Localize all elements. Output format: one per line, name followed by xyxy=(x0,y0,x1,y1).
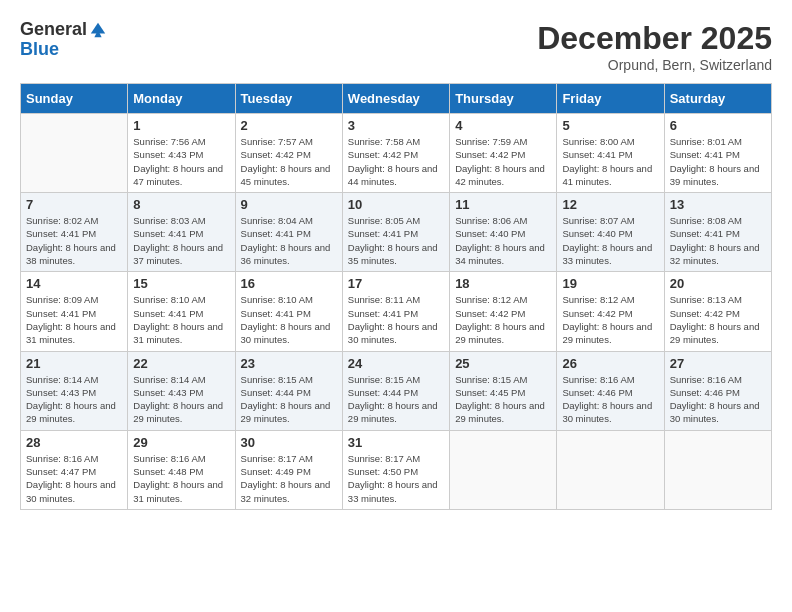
day-number: 31 xyxy=(348,435,444,450)
cell-info: Sunrise: 8:02 AMSunset: 4:41 PMDaylight:… xyxy=(26,214,122,267)
calendar-cell: 10Sunrise: 8:05 AMSunset: 4:41 PMDayligh… xyxy=(342,193,449,272)
cell-info: Sunrise: 8:16 AMSunset: 4:48 PMDaylight:… xyxy=(133,452,229,505)
title-block: December 2025 Orpund, Bern, Switzerland xyxy=(537,20,772,73)
sunrise-text: Sunrise: 8:13 AM xyxy=(670,293,766,306)
daylight-text: Daylight: 8 hours and 33 minutes. xyxy=(562,241,658,268)
sunrise-text: Sunrise: 8:16 AM xyxy=(562,373,658,386)
day-number: 25 xyxy=(455,356,551,371)
calendar-cell: 11Sunrise: 8:06 AMSunset: 4:40 PMDayligh… xyxy=(450,193,557,272)
daylight-text: Daylight: 8 hours and 31 minutes. xyxy=(26,320,122,347)
location: Orpund, Bern, Switzerland xyxy=(537,57,772,73)
daylight-text: Daylight: 8 hours and 36 minutes. xyxy=(241,241,337,268)
daylight-text: Daylight: 8 hours and 29 minutes. xyxy=(670,320,766,347)
day-number: 11 xyxy=(455,197,551,212)
sunset-text: Sunset: 4:47 PM xyxy=(26,465,122,478)
day-number: 5 xyxy=(562,118,658,133)
cell-info: Sunrise: 8:16 AMSunset: 4:46 PMDaylight:… xyxy=(670,373,766,426)
calendar-header-cell: Friday xyxy=(557,84,664,114)
page-header: General Blue December 2025 Orpund, Bern,… xyxy=(20,20,772,73)
day-number: 15 xyxy=(133,276,229,291)
sunrise-text: Sunrise: 8:05 AM xyxy=(348,214,444,227)
sunset-text: Sunset: 4:43 PM xyxy=(26,386,122,399)
day-number: 27 xyxy=(670,356,766,371)
daylight-text: Daylight: 8 hours and 45 minutes. xyxy=(241,162,337,189)
day-number: 14 xyxy=(26,276,122,291)
sunrise-text: Sunrise: 8:17 AM xyxy=(348,452,444,465)
sunset-text: Sunset: 4:44 PM xyxy=(241,386,337,399)
sunset-text: Sunset: 4:41 PM xyxy=(133,227,229,240)
day-number: 1 xyxy=(133,118,229,133)
cell-info: Sunrise: 8:12 AMSunset: 4:42 PMDaylight:… xyxy=(455,293,551,346)
day-number: 23 xyxy=(241,356,337,371)
day-number: 10 xyxy=(348,197,444,212)
daylight-text: Daylight: 8 hours and 34 minutes. xyxy=(455,241,551,268)
calendar-cell xyxy=(664,430,771,509)
day-number: 22 xyxy=(133,356,229,371)
logo-blue: Blue xyxy=(20,40,107,60)
calendar-cell: 9Sunrise: 8:04 AMSunset: 4:41 PMDaylight… xyxy=(235,193,342,272)
daylight-text: Daylight: 8 hours and 33 minutes. xyxy=(348,478,444,505)
calendar-header-cell: Monday xyxy=(128,84,235,114)
sunrise-text: Sunrise: 8:07 AM xyxy=(562,214,658,227)
sunrise-text: Sunrise: 8:15 AM xyxy=(241,373,337,386)
calendar-cell xyxy=(21,114,128,193)
cell-info: Sunrise: 8:16 AMSunset: 4:47 PMDaylight:… xyxy=(26,452,122,505)
sunset-text: Sunset: 4:41 PM xyxy=(241,307,337,320)
sunrise-text: Sunrise: 8:12 AM xyxy=(455,293,551,306)
sunset-text: Sunset: 4:41 PM xyxy=(348,307,444,320)
sunset-text: Sunset: 4:41 PM xyxy=(133,307,229,320)
logo-general: General xyxy=(20,20,87,40)
cell-info: Sunrise: 8:13 AMSunset: 4:42 PMDaylight:… xyxy=(670,293,766,346)
calendar-cell: 25Sunrise: 8:15 AMSunset: 4:45 PMDayligh… xyxy=(450,351,557,430)
calendar-cell: 17Sunrise: 8:11 AMSunset: 4:41 PMDayligh… xyxy=(342,272,449,351)
day-number: 12 xyxy=(562,197,658,212)
daylight-text: Daylight: 8 hours and 30 minutes. xyxy=(26,478,122,505)
sunset-text: Sunset: 4:41 PM xyxy=(348,227,444,240)
day-number: 7 xyxy=(26,197,122,212)
calendar-week-row: 14Sunrise: 8:09 AMSunset: 4:41 PMDayligh… xyxy=(21,272,772,351)
sunrise-text: Sunrise: 8:16 AM xyxy=(670,373,766,386)
calendar-header-cell: Thursday xyxy=(450,84,557,114)
daylight-text: Daylight: 8 hours and 38 minutes. xyxy=(26,241,122,268)
day-number: 8 xyxy=(133,197,229,212)
cell-info: Sunrise: 8:15 AMSunset: 4:44 PMDaylight:… xyxy=(348,373,444,426)
sunset-text: Sunset: 4:41 PM xyxy=(670,227,766,240)
sunset-text: Sunset: 4:42 PM xyxy=(455,307,551,320)
calendar-body: 1Sunrise: 7:56 AMSunset: 4:43 PMDaylight… xyxy=(21,114,772,510)
daylight-text: Daylight: 8 hours and 29 minutes. xyxy=(455,399,551,426)
sunrise-text: Sunrise: 7:56 AM xyxy=(133,135,229,148)
sunrise-text: Sunrise: 8:06 AM xyxy=(455,214,551,227)
calendar-cell: 13Sunrise: 8:08 AMSunset: 4:41 PMDayligh… xyxy=(664,193,771,272)
daylight-text: Daylight: 8 hours and 29 minutes. xyxy=(133,399,229,426)
calendar-cell: 15Sunrise: 8:10 AMSunset: 4:41 PMDayligh… xyxy=(128,272,235,351)
daylight-text: Daylight: 8 hours and 31 minutes. xyxy=(133,478,229,505)
calendar-cell: 21Sunrise: 8:14 AMSunset: 4:43 PMDayligh… xyxy=(21,351,128,430)
day-number: 21 xyxy=(26,356,122,371)
sunset-text: Sunset: 4:48 PM xyxy=(133,465,229,478)
daylight-text: Daylight: 8 hours and 39 minutes. xyxy=(670,162,766,189)
calendar-cell: 14Sunrise: 8:09 AMSunset: 4:41 PMDayligh… xyxy=(21,272,128,351)
daylight-text: Daylight: 8 hours and 31 minutes. xyxy=(133,320,229,347)
day-number: 9 xyxy=(241,197,337,212)
day-number: 17 xyxy=(348,276,444,291)
cell-info: Sunrise: 8:16 AMSunset: 4:46 PMDaylight:… xyxy=(562,373,658,426)
sunrise-text: Sunrise: 8:15 AM xyxy=(348,373,444,386)
sunset-text: Sunset: 4:42 PM xyxy=(455,148,551,161)
sunset-text: Sunset: 4:41 PM xyxy=(26,227,122,240)
day-number: 24 xyxy=(348,356,444,371)
daylight-text: Daylight: 8 hours and 30 minutes. xyxy=(562,399,658,426)
calendar-header-cell: Sunday xyxy=(21,84,128,114)
cell-info: Sunrise: 8:10 AMSunset: 4:41 PMDaylight:… xyxy=(133,293,229,346)
sunrise-text: Sunrise: 7:57 AM xyxy=(241,135,337,148)
daylight-text: Daylight: 8 hours and 37 minutes. xyxy=(133,241,229,268)
day-number: 30 xyxy=(241,435,337,450)
calendar-header-cell: Wednesday xyxy=(342,84,449,114)
daylight-text: Daylight: 8 hours and 29 minutes. xyxy=(455,320,551,347)
daylight-text: Daylight: 8 hours and 30 minutes. xyxy=(670,399,766,426)
cell-info: Sunrise: 8:03 AMSunset: 4:41 PMDaylight:… xyxy=(133,214,229,267)
calendar-week-row: 7Sunrise: 8:02 AMSunset: 4:41 PMDaylight… xyxy=(21,193,772,272)
sunrise-text: Sunrise: 8:00 AM xyxy=(562,135,658,148)
sunset-text: Sunset: 4:50 PM xyxy=(348,465,444,478)
calendar-cell: 1Sunrise: 7:56 AMSunset: 4:43 PMDaylight… xyxy=(128,114,235,193)
cell-info: Sunrise: 7:58 AMSunset: 4:42 PMDaylight:… xyxy=(348,135,444,188)
